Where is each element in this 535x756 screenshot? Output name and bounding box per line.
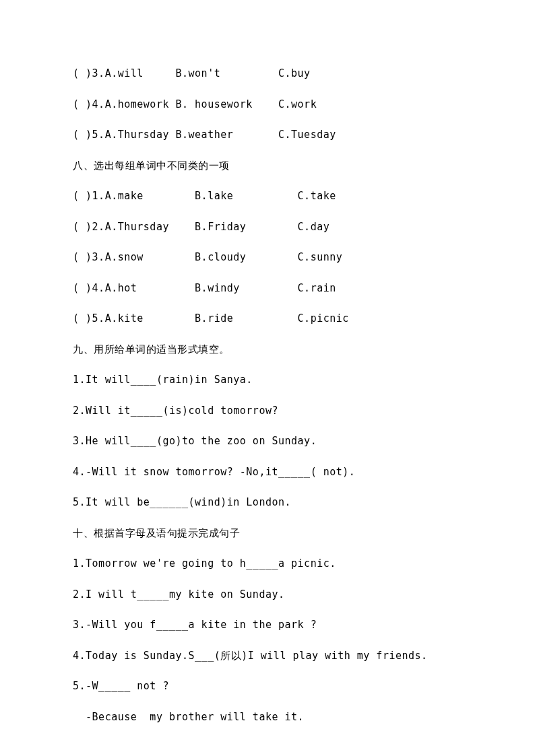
fill-text: 1.It will____(rain)in Sanya.	[73, 374, 253, 386]
mc-item: ( )4.A.hot B.windy C.rain	[73, 281, 462, 296]
mc-text: ( )4.A.homework B. housework C.work	[73, 98, 317, 110]
fill-item: 3.-Will you f_____a kite in the park ?	[73, 617, 462, 633]
fill-item: 1.It will____(rain)in Sanya.	[73, 372, 462, 388]
section8-title: 八、选出每组单词中不同类的一项	[73, 158, 462, 174]
mc-item: ( )5.A.kite B.ride C.picnic	[73, 311, 462, 327]
fill-text: 2.Will it_____(is)cold tomorrow?	[73, 405, 278, 417]
mc-text: ( )3.A.will B.won't C.buy	[73, 67, 311, 79]
fill-item: 4.-Will it snow tomorrow? -No,it_____( n…	[73, 465, 462, 480]
fill-text: 5.It will be______(wind)in London.	[73, 496, 291, 508]
fill-item: 2.Will it_____(is)cold tomorrow?	[73, 403, 462, 419]
heading-text: 十、根据首字母及语句提示完成句子	[73, 527, 240, 539]
fill-text: 4.-Will it snow tomorrow? -No,it_____( n…	[73, 466, 355, 478]
fill-item: 5.It will be______(wind)in London.	[73, 495, 462, 510]
fill-text: -Because my brother will take it.	[73, 711, 304, 723]
fill-item: 5.-W_____ not ?	[73, 679, 462, 694]
fill-item: 4.Today is Sunday.S___(所以)I will play wi…	[73, 648, 462, 664]
fill-text: 2.I will t_____my kite on Sunday.	[73, 588, 285, 600]
fill-text: 3.-Will you f_____a kite in the park ?	[73, 619, 317, 631]
mc-item: ( )1.A.make B.lake C.take	[73, 188, 462, 204]
fill-text: 1.Tomorrow we're going to h_____a picnic…	[73, 557, 336, 570]
mc-item: ( )3.A.snow B.cloudy C.sunny	[73, 250, 462, 265]
heading-text: 八、选出每组单词中不同类的一项	[73, 160, 230, 172]
fill-item: 2.I will t_____my kite on Sunday.	[73, 587, 462, 603]
fill-item: -Because my brother will take it.	[73, 710, 462, 725]
mc-text: ( )3.A.snow B.cloudy C.sunny	[73, 251, 342, 263]
mc-item: ( )5.A.Thursday B.weather C.Tuesday	[73, 127, 462, 143]
mc-text: ( )5.A.Thursday B.weather C.Tuesday	[73, 129, 336, 141]
mc-text: ( )4.A.hot B.windy C.rain	[73, 282, 336, 294]
section9-title: 九、用所给单词的适当形式填空。	[73, 342, 462, 357]
fill-item: 1.Tomorrow we're going to h_____a picnic…	[73, 556, 462, 572]
mc-text: ( )2.A.Thursday B.Friday C.day	[73, 221, 329, 233]
section10-title: 十、根据首字母及语句提示完成句子	[73, 526, 462, 541]
mc-item: ( )2.A.Thursday B.Friday C.day	[73, 219, 462, 235]
mc-text: ( )5.A.kite B.ride C.picnic	[73, 312, 349, 324]
fill-text: 5.-W_____ not ?	[73, 680, 169, 692]
mc-item: ( )3.A.will B.won't C.buy	[73, 66, 462, 81]
mc-item: ( )4.A.homework B. housework C.work	[73, 97, 462, 112]
mc-text: ( )1.A.make B.lake C.take	[73, 190, 336, 202]
fill-text: 3.He will____(go)to the zoo on Sunday.	[73, 435, 317, 447]
fill-item: 3.He will____(go)to the zoo on Sunday.	[73, 434, 462, 449]
fill-text: 4.Today is Sunday.S___(所以)I will play wi…	[73, 650, 428, 662]
heading-text: 九、用所给单词的适当形式填空。	[73, 343, 230, 355]
